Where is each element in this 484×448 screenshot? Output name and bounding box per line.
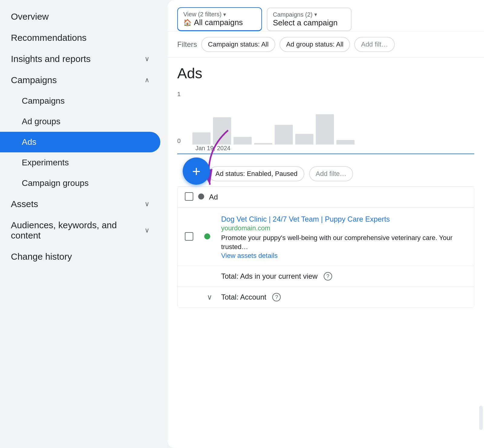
campaigns-label-text: Campaigns (2) [273,11,312,18]
table-add-filter[interactable]: Add filte… [309,166,353,181]
sidebar-item-insights[interactable]: Insights and reports ∨ [0,48,160,70]
view-assets-link[interactable]: View assets details [221,252,467,260]
ad-domain: yourdomain.com [221,224,467,232]
chevron-down-icon: ∨ [145,200,149,208]
table-filter-row: 1 Ad status: Enabled, Paused Add filte… [177,161,474,187]
sidebar-item-experiments[interactable]: Experiments [0,152,160,173]
sidebar-item-recommendations-label: Recommendations [11,33,87,43]
help-icon-account[interactable]: ? [272,293,281,301]
chart-bar [234,137,252,144]
sidebar-item-campaigns-label: Campaigns [22,96,65,106]
sidebar: Overview Recommendations Insights and re… [0,0,168,448]
sidebar-item-recommendations[interactable]: Recommendations [0,27,160,48]
sidebar-item-assets-label: Assets [11,199,38,209]
chart-y-label-1: 1 [177,91,181,98]
chart-bar [316,114,334,144]
home-icon: 🏠 [183,19,191,27]
sidebar-item-ad-groups[interactable]: Ad groups [0,111,160,132]
view-value: 🏠 All campaigns [183,18,256,27]
sidebar-item-campaigns[interactable]: Campaigns [0,91,160,111]
content-area: Ads 1 0 Jan 19, 2024 [168,58,484,448]
ad-group-status-filter[interactable]: Ad group status: All [280,37,350,52]
chart-bar [213,117,231,144]
chart-bar [336,140,355,144]
sidebar-item-experiments-label: Experiments [22,158,69,167]
ad-description: Promote your puppy's well-being with our… [221,233,467,252]
header-checkbox[interactable] [185,192,193,201]
add-filter-chip[interactable]: Add filt… [354,37,394,52]
sidebar-item-overview[interactable]: Overview [0,6,160,27]
chevron-up-icon: ∧ [145,76,149,84]
sidebar-item-insights-label: Insights and reports [11,54,90,64]
filters-label: Filters [177,40,197,49]
sidebar-item-campaign-groups[interactable]: Campaign groups [0,173,160,193]
chart-bar [295,134,313,144]
sidebar-item-overview-label: Overview [11,11,49,22]
campaigns-label: Campaigns (2) ▾ [273,11,345,18]
sidebar-item-audiences-label: Audiences, keywords, and content [11,220,145,241]
view-label-text: View (2 filters) [183,11,221,18]
table-row: Dog Vet Clinic | 24/7 Vet Team | Puppy C… [178,208,474,266]
chart-x-label: Jan 19, 2024 [195,145,231,152]
sidebar-item-change-history-label: Change history [11,252,72,262]
total-account-row: ∨ Total: Account ? [178,287,474,307]
chart-bar [275,125,293,144]
sidebar-item-campaign-groups-label: Campaign groups [22,178,89,188]
chart-bars [192,97,474,144]
expand-icon[interactable]: ∨ [207,293,212,301]
sidebar-item-change-history[interactable]: Change history [0,246,160,267]
add-button[interactable]: + [183,157,210,185]
table-header: Ad [178,187,474,208]
view-label: View (2 filters) ▾ [183,11,256,18]
page-title: Ads [177,65,474,82]
plus-icon: + [192,163,201,180]
row-checkbox[interactable] [185,232,193,241]
sidebar-item-ads[interactable]: Ads [0,132,160,152]
chart-bar [254,143,272,144]
help-icon[interactable]: ? [324,272,332,281]
total-view-row: Total: Ads in your current view ? [178,266,474,287]
ads-table: Ad Dog Vet Clinic | 24/7 Vet Team | Pupp… [177,187,474,308]
header-status-dot [198,193,204,200]
view-dropdown[interactable]: View (2 filters) ▾ 🏠 All campaigns [177,7,262,31]
chevron-down-icon: ∨ [145,55,149,63]
sidebar-item-campaigns-parent[interactable]: Campaigns ∧ [0,70,160,91]
chart-bar [192,132,211,144]
ad-title: Dog Vet Clinic | 24/7 Vet Team | Puppy C… [221,214,467,224]
ad-status-filter[interactable]: Ad status: Enabled, Paused [209,166,304,181]
total-view-label: Total: Ads in your current view [221,272,318,281]
dropdown-arrow-icon: ▾ [223,11,226,18]
campaigns-value: Select a campaign [273,18,345,28]
campaign-status-filter[interactable]: Campaign status: All [201,37,275,52]
sidebar-item-ad-groups-label: Ad groups [22,117,60,126]
top-bar: View (2 filters) ▾ 🏠 All campaigns Campa… [168,0,484,31]
sidebar-item-audiences[interactable]: Audiences, keywords, and content ∨ [0,215,160,246]
sidebar-item-campaigns-parent-label: Campaigns [11,75,57,85]
scrollbar[interactable] [479,406,483,430]
dropdown-arrow-icon: ▾ [314,11,317,18]
chart-area: 1 0 Jan 19, 2024 [177,88,474,154]
chart-y-label-0: 0 [177,138,181,144]
sidebar-item-assets[interactable]: Assets ∨ [0,193,160,215]
sidebar-item-ads-label: Ads [22,137,36,147]
chevron-down-icon: ∨ [145,226,149,234]
status-dot-green [204,233,210,239]
total-account-label: Total: Account [221,293,266,301]
main-content: View (2 filters) ▾ 🏠 All campaigns Campa… [168,0,484,448]
ad-column-header: Ad [209,193,218,201]
filters-bar: Filters Campaign status: All Ad group st… [168,31,484,58]
view-value-text: All campaigns [194,18,243,27]
campaigns-dropdown[interactable]: Campaigns (2) ▾ Select a campaign [267,8,352,31]
